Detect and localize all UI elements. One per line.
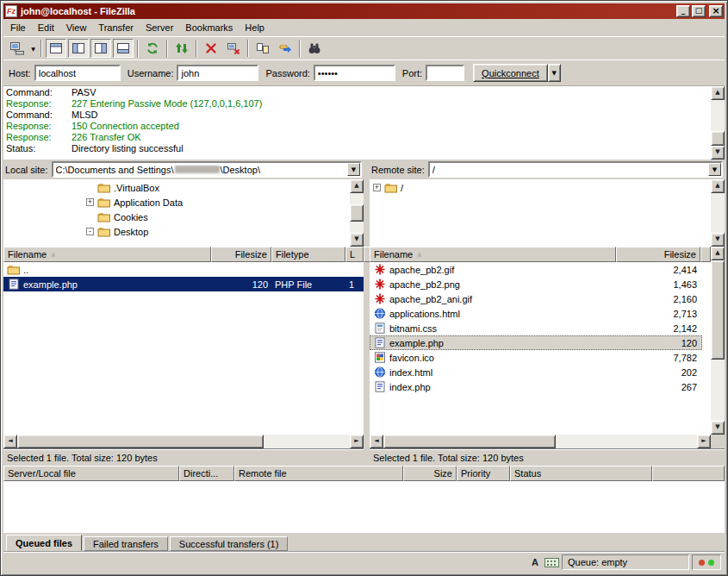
minimize-button[interactable]: _ <box>676 5 690 17</box>
process-queue-button[interactable] <box>171 39 192 58</box>
file-row[interactable]: apache_pb2.png1,463 <box>370 277 711 291</box>
expand-icon[interactable]: + <box>86 198 94 206</box>
scroll-thumb[interactable] <box>350 204 364 222</box>
site-manager-button[interactable] <box>7 39 28 58</box>
tree-item[interactable]: .VirtualBox <box>3 180 350 195</box>
quickconnect-dropdown-button[interactable]: ▼ <box>548 64 561 82</box>
pane-splitter[interactable] <box>364 160 370 466</box>
column-header-filetype[interactable]: Filetype <box>271 247 345 262</box>
scroll-thumb[interactable] <box>711 260 725 360</box>
expand-icon[interactable]: + <box>373 184 381 191</box>
file-row[interactable]: favicon.ico7,782 <box>370 350 711 365</box>
column-header-filesize[interactable]: Filesize <box>211 247 271 262</box>
toggle-queue-button[interactable] <box>113 39 134 58</box>
local-tree-scrollbar[interactable]: ▲▼ <box>350 179 364 247</box>
collapse-icon[interactable]: - <box>86 228 94 235</box>
local-list-hscrollbar[interactable]: ◄► <box>3 435 364 448</box>
refresh-button[interactable] <box>142 39 163 58</box>
synchronized-browsing-button[interactable] <box>275 39 296 58</box>
password-input[interactable] <box>314 65 395 81</box>
transfer-type-icon[interactable]: A <box>528 556 542 569</box>
file-row[interactable]: index.php267 <box>370 379 711 394</box>
column-header-size[interactable]: Size <box>403 466 457 481</box>
menu-item-server[interactable]: Server <box>140 21 179 34</box>
file-row[interactable]: example.php120PHP File1 <box>3 277 364 291</box>
transfer-queue[interactable] <box>3 481 725 533</box>
toggle-message-log-button[interactable] <box>46 39 66 58</box>
menu-item-file[interactable]: File <box>4 21 32 34</box>
local-site-combo[interactable]: C:\Documents and Settings\\Desktop\ ▼ <box>52 161 362 178</box>
scroll-left-button[interactable]: ◄ <box>3 435 17 448</box>
column-header-server-local-file[interactable]: Server/Local file <box>3 466 179 481</box>
file-row[interactable]: bitnami.css2,142 <box>370 321 711 335</box>
scroll-right-button[interactable]: ► <box>697 435 711 448</box>
scroll-up-button[interactable]: ▲ <box>711 247 725 260</box>
file-row[interactable]: apache_pb2.gif2,414 <box>370 262 711 277</box>
column-header-l[interactable]: L <box>345 247 364 262</box>
menu-item-edit[interactable]: Edit <box>32 21 60 34</box>
scroll-track[interactable] <box>350 193 364 233</box>
menu-item-transfer[interactable]: Transfer <box>92 21 140 34</box>
menu-item-bookmarks[interactable]: Bookmarks <box>179 21 239 34</box>
tree-item[interactable]: -Desktop <box>3 224 350 239</box>
disconnect-button[interactable] <box>223 39 244 58</box>
column-header-remote-file[interactable]: Remote file <box>234 466 403 481</box>
encryption-icon[interactable] <box>544 558 559 567</box>
scroll-up-button[interactable]: ▲ <box>711 86 725 100</box>
toggle-local-tree-button[interactable] <box>68 39 89 58</box>
scroll-down-button[interactable]: ▼ <box>711 421 725 435</box>
tab-successful-transfers-1[interactable]: Successful transfers (1) <box>170 536 289 551</box>
directory-comparison-button[interactable] <box>252 39 273 58</box>
tree-item[interactable]: +Application Data <box>3 195 350 210</box>
title-bar[interactable]: Fz john@localhost - FileZilla _ □ × <box>3 3 725 19</box>
site-manager-dropdown-button[interactable]: ▼ <box>28 39 38 58</box>
scroll-track[interactable] <box>17 435 350 448</box>
file-row[interactable]: .. <box>3 262 364 277</box>
file-row[interactable]: example.php120 <box>370 335 702 350</box>
remote-list-hscrollbar[interactable]: ◄► <box>370 435 711 448</box>
quickconnect-button[interactable]: Quickconnect <box>473 64 548 82</box>
tree-item[interactable]: +/ <box>370 180 711 195</box>
column-header-status[interactable]: Status <box>510 466 652 481</box>
host-input[interactable] <box>34 65 121 81</box>
remote-list-scrollbar[interactable]: ▲▼ <box>711 247 725 435</box>
menu-item-view[interactable]: View <box>60 21 93 34</box>
scroll-thumb[interactable] <box>711 131 725 146</box>
file-row[interactable]: apache_pb2_ani.gif2,160 <box>370 291 711 306</box>
scroll-track[interactable] <box>711 193 725 233</box>
username-input[interactable] <box>177 65 258 81</box>
cancel-button[interactable] <box>201 39 221 58</box>
column-header-filesize[interactable]: Filesize <box>616 247 700 262</box>
toggle-remote-tree-button[interactable] <box>90 39 111 58</box>
scroll-left-button[interactable]: ◄ <box>370 435 383 448</box>
scroll-thumb[interactable] <box>383 435 556 448</box>
tab-failed-transfers[interactable]: Failed transfers <box>84 536 168 551</box>
scroll-track[interactable] <box>383 435 697 448</box>
scroll-track[interactable] <box>711 100 725 146</box>
column-header-directi[interactable]: Directi... <box>179 466 234 481</box>
file-row[interactable]: index.html202 <box>370 365 711 379</box>
column-header-priority[interactable]: Priority <box>457 466 510 481</box>
remote-tree-scrollbar[interactable]: ▲▼ <box>711 179 725 247</box>
file-row[interactable]: applications.html2,713 <box>370 306 711 321</box>
tab-queued-files[interactable]: Queued files <box>6 535 82 551</box>
scroll-thumb[interactable] <box>17 435 264 448</box>
column-header-filename[interactable]: Filename▲ <box>3 247 211 262</box>
scroll-down-button[interactable]: ▼ <box>711 146 725 160</box>
port-input[interactable] <box>426 65 464 81</box>
scroll-up-button[interactable]: ▲ <box>711 179 725 193</box>
scroll-right-button[interactable]: ► <box>350 435 364 448</box>
local-file-list[interactable]: ..example.php120PHP File1 <box>3 262 364 435</box>
local-site-dropdown-button[interactable]: ▼ <box>347 163 360 176</box>
menu-item-help[interactable]: Help <box>239 21 271 34</box>
maximize-button[interactable]: □ <box>692 5 706 17</box>
remote-site-dropdown-button[interactable]: ▼ <box>708 163 721 176</box>
scroll-down-button[interactable]: ▼ <box>350 233 364 247</box>
close-button[interactable]: × <box>709 5 723 17</box>
remote-site-combo[interactable]: / ▼ <box>428 161 723 178</box>
log-scrollbar[interactable]: ▲▼ <box>711 86 725 160</box>
scroll-down-button[interactable]: ▼ <box>711 233 725 247</box>
scroll-track[interactable] <box>711 260 725 421</box>
column-header-filename[interactable]: Filename▲ <box>370 247 616 262</box>
tree-item[interactable]: Cookies <box>3 210 350 224</box>
